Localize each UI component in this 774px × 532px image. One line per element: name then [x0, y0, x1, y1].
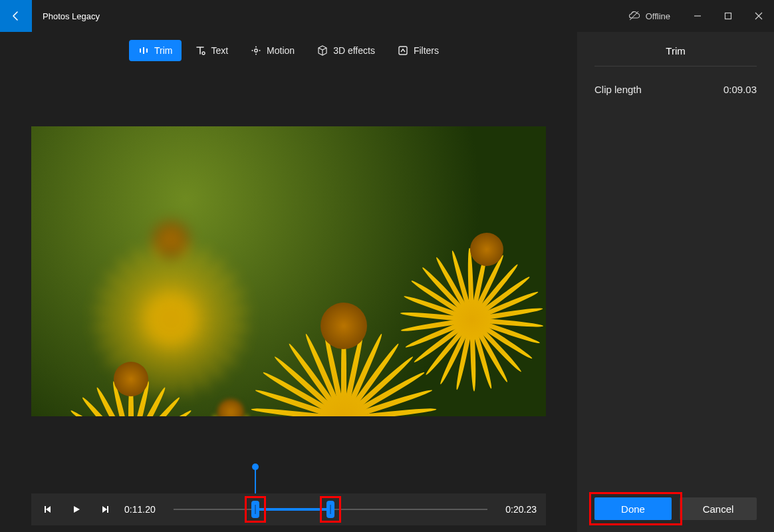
next-frame-button[interactable] — [96, 501, 112, 517]
tab-label: Filters — [414, 45, 439, 56]
done-label: Done — [621, 503, 645, 515]
trim-track[interactable] — [174, 493, 487, 525]
tab-label: 3D effects — [333, 45, 375, 56]
offline-label: Offline — [646, 11, 670, 21]
trim-icon — [138, 45, 149, 56]
tab-trim[interactable]: Trim — [129, 40, 182, 61]
trim-end-handle[interactable] — [326, 501, 334, 518]
maximize-button[interactable] — [713, 0, 743, 32]
svg-rect-16 — [45, 506, 46, 513]
svg-point-13 — [255, 54, 257, 55]
clip-length-label: Clip length — [594, 84, 642, 95]
app-title: Photos Legacy — [32, 0, 100, 32]
tab-filters[interactable]: Filters — [388, 40, 448, 61]
edit-tabbar: Trim Text Motion 3D effects Filters — [0, 32, 577, 69]
panel-title: Trim — [594, 32, 757, 66]
trim-start-handle[interactable] — [251, 501, 259, 518]
tab-3d-effects[interactable]: 3D effects — [308, 40, 384, 61]
tab-label: Motion — [267, 45, 295, 56]
playback-bar: 0:11.20 0:20.23 — [31, 493, 546, 525]
tab-text[interactable]: Text — [186, 40, 237, 61]
svg-line-0 — [630, 11, 638, 20]
svg-rect-14 — [399, 47, 407, 55]
arrow-left-icon — [11, 11, 21, 21]
duration: 0:20.23 — [499, 504, 537, 515]
svg-point-11 — [259, 50, 261, 51]
offline-indicator: Offline — [616, 0, 682, 32]
window-controls — [682, 0, 774, 32]
text-icon — [195, 45, 205, 56]
svg-marker-15 — [46, 506, 51, 513]
svg-point-8 — [202, 52, 205, 55]
maximize-icon — [724, 12, 732, 20]
svg-marker-17 — [74, 506, 80, 513]
cancel-label: Cancel — [703, 503, 734, 515]
tab-motion[interactable]: Motion — [241, 40, 304, 61]
svg-rect-7 — [146, 49, 148, 53]
effects-3d-icon — [317, 45, 328, 56]
clip-length-value: 0:09.03 — [723, 84, 757, 95]
tab-label: Text — [211, 45, 228, 56]
svg-rect-2 — [725, 13, 731, 19]
svg-rect-6 — [143, 47, 144, 54]
title-bar: Photos Legacy Offline — [0, 0, 774, 32]
close-button[interactable] — [743, 0, 774, 32]
done-button[interactable]: Done — [594, 497, 672, 520]
play-icon — [72, 505, 81, 514]
svg-point-12 — [255, 47, 257, 48]
editor-main: Trim Text Motion 3D effects Filters — [0, 32, 577, 532]
cloud-offline-icon — [628, 10, 640, 22]
svg-rect-19 — [107, 506, 108, 513]
playhead[interactable] — [252, 464, 259, 470]
step-back-icon — [44, 505, 53, 514]
prev-frame-button[interactable] — [41, 501, 57, 517]
svg-point-10 — [252, 50, 253, 51]
minimize-icon — [694, 12, 702, 20]
cancel-button[interactable]: Cancel — [680, 497, 757, 520]
svg-point-9 — [255, 49, 257, 52]
close-icon — [755, 12, 763, 20]
back-button[interactable] — [0, 0, 32, 32]
current-time: 0:11.20 — [124, 504, 162, 515]
play-button[interactable] — [68, 501, 84, 517]
svg-rect-5 — [140, 49, 141, 53]
minimize-button[interactable] — [682, 0, 713, 32]
filters-icon — [398, 45, 408, 56]
tab-label: Trim — [154, 45, 172, 56]
step-forward-icon — [100, 505, 109, 514]
svg-marker-18 — [102, 506, 107, 513]
motion-icon — [251, 45, 261, 56]
side-panel: Trim Clip length 0:09.03 Done Cancel — [577, 32, 774, 532]
video-preview — [31, 126, 546, 416]
